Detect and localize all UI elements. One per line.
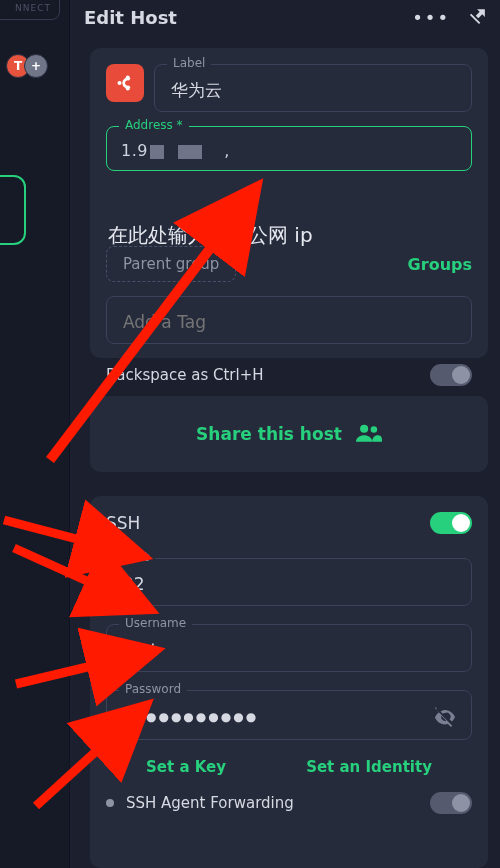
parent-group-placeholder: Parent group — [123, 255, 219, 273]
page-header: Edit Host ••• — [84, 0, 490, 34]
password-field-label: Password — [119, 682, 187, 696]
connect-label: NNECT — [15, 3, 51, 13]
label-field-label: Label — [167, 56, 211, 70]
export-icon[interactable] — [468, 4, 490, 30]
page-title: Edit Host — [84, 7, 177, 28]
username-field[interactable]: Username — [106, 624, 472, 672]
username-input[interactable] — [121, 639, 457, 661]
avatar-cluster: T + — [6, 54, 48, 78]
host-settings-card: Label Address * 1.9 , 在此处输入你的公网 ip Paren… — [90, 48, 488, 358]
tag-input[interactable] — [121, 311, 457, 333]
backspace-toggle-row: Backspace as Ctrl+H — [106, 364, 472, 386]
header-actions: ••• — [412, 4, 490, 30]
port-input[interactable] — [121, 573, 457, 595]
set-identity-button[interactable]: Set an Identity — [306, 758, 432, 776]
backspace-toggle[interactable] — [430, 364, 472, 386]
svg-point-3 — [360, 425, 368, 433]
tag-field[interactable] — [106, 296, 472, 344]
set-key-button[interactable]: Set a Key — [146, 758, 226, 776]
groups-link[interactable]: Groups — [408, 255, 472, 274]
share-people-icon — [356, 421, 382, 447]
ssh-card: SSH Port Username Password ●●●●●●●●●●● S… — [90, 496, 488, 868]
label-field[interactable]: Label — [154, 64, 472, 112]
bullet-icon — [106, 799, 114, 807]
key-identity-row: Set a Key Set an Identity — [106, 758, 472, 776]
address-field[interactable]: Address * 1.9 , — [106, 126, 472, 171]
parent-group-field[interactable]: Parent group — [106, 246, 236, 282]
more-options-button[interactable]: ••• — [412, 7, 450, 28]
left-sidebar: NNECT T + — [0, 0, 70, 868]
address-hint-annotation: 在此处输入你的公网 ip — [108, 222, 313, 249]
add-workspace-button[interactable]: + — [24, 54, 48, 78]
share-card[interactable]: Share this host — [90, 396, 488, 472]
share-host-button[interactable]: Share this host — [196, 424, 342, 444]
port-field[interactable]: Port — [106, 558, 472, 606]
ssh-section-title: SSH — [106, 513, 140, 533]
label-input[interactable] — [169, 79, 457, 101]
svg-point-4 — [371, 426, 378, 433]
password-input[interactable]: ●●●●●●●●●●● — [121, 710, 423, 724]
address-input[interactable]: 1.9 , — [121, 141, 457, 160]
port-field-label: Port — [119, 550, 155, 564]
connect-tile[interactable]: NNECT — [0, 0, 60, 20]
backspace-label: Backspace as Ctrl+H — [106, 366, 264, 384]
username-field-label: Username — [119, 616, 192, 630]
sidebar-selected-item[interactable] — [0, 175, 26, 245]
password-field[interactable]: Password ●●●●●●●●●●● — [106, 690, 472, 740]
address-field-label: Address * — [119, 118, 189, 132]
agent-forwarding-label: SSH Agent Forwarding — [126, 794, 418, 812]
svg-point-0 — [117, 81, 121, 85]
ssh-enable-toggle[interactable] — [430, 512, 472, 534]
agent-forwarding-row: SSH Agent Forwarding — [106, 792, 472, 814]
visibility-off-icon[interactable] — [433, 705, 457, 729]
os-ubuntu-icon[interactable] — [106, 64, 144, 102]
agent-forwarding-toggle[interactable] — [430, 792, 472, 814]
